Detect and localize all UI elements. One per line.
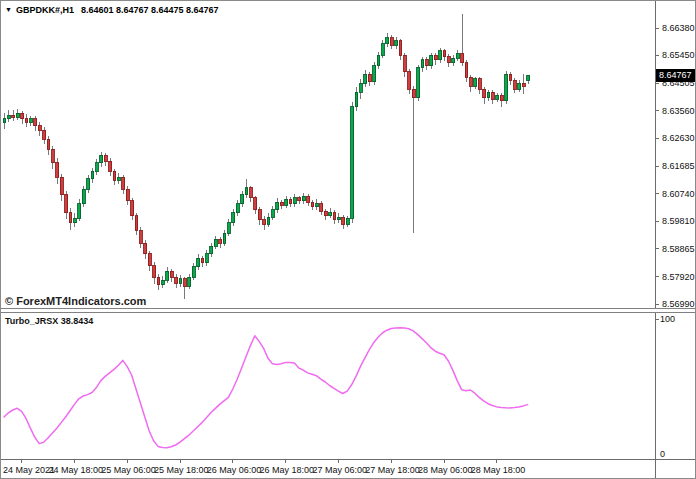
ohlc-values: 8.64601 8.64767 8.64475 8.64767 — [81, 5, 219, 15]
time-tick-label: 27 May 18:00 — [365, 465, 417, 475]
price-tick-label: 8.61685 — [662, 161, 695, 171]
chart-dropdown-icon[interactable]: ▼ — [5, 6, 12, 13]
time-tick-label: 27 May 06:00 — [312, 465, 364, 475]
time-tick-label: 25 May 06:00 — [101, 465, 153, 475]
mt4-chart-window: ▼GBPDKK#,H18.64601 8.64767 8.64475 8.647… — [0, 0, 696, 479]
time-tick-label: 26 May 06:00 — [207, 465, 259, 475]
symbol-timeframe-label: GBPDKK#,H1 — [16, 5, 74, 15]
price-tick-label: 8.66380 — [662, 23, 695, 33]
indicator-scale-min: 0 — [660, 449, 665, 459]
price-tick-label: 8.60740 — [662, 189, 695, 199]
watermark: © ForexMT4Indicators.com — [5, 295, 146, 307]
indicator-scale-max: 100 — [660, 314, 675, 324]
price-tick-label: 8.62630 — [662, 133, 695, 143]
price-tick-label: 8.58865 — [662, 244, 695, 254]
pane-splitter[interactable] — [1, 308, 696, 313]
time-tick-label: 24 May 2021 — [3, 465, 55, 475]
price-tick-label: 8.65450 — [662, 50, 695, 60]
indicator-label: Turbo_JRSX 38.8434 — [5, 316, 93, 326]
time-tick-label: 25 May 18:00 — [154, 465, 206, 475]
current-price-badge: 8.64767 — [656, 69, 696, 82]
time-tick-label: 26 May 18:00 — [260, 465, 312, 475]
chart-header: ▼GBPDKK#,H18.64601 8.64767 8.64475 8.647… — [5, 5, 219, 17]
price-tick-label: 8.63560 — [662, 106, 695, 116]
indicator-pane[interactable] — [1, 313, 655, 459]
time-tick-label: 28 May 18:00 — [471, 465, 523, 475]
time-tick-label: 24 May 18:00 — [48, 465, 100, 475]
main-chart-pane[interactable] — [1, 1, 655, 308]
time-tick-label: 28 May 06:00 — [418, 465, 470, 475]
price-tick-label: 8.59810 — [662, 216, 695, 226]
price-tick-label: 8.57920 — [662, 272, 695, 282]
